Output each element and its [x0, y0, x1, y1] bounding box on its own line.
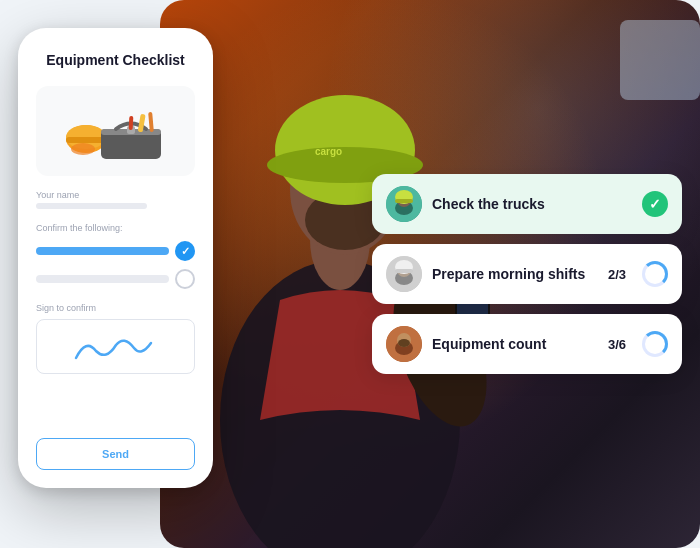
- task-avatar-1: [386, 186, 422, 222]
- confirm-row-2: [36, 269, 195, 289]
- task-spinner-2: [642, 261, 668, 287]
- task-progress-3: 3/6: [608, 337, 626, 352]
- confirm-check-1[interactable]: ✓: [175, 241, 195, 261]
- name-field-label: Your name: [36, 190, 195, 200]
- toolbox-icon: [61, 94, 171, 169]
- signature-area[interactable]: [36, 319, 195, 374]
- confirm-bar-filled-1: [36, 247, 169, 255]
- confirm-bar-empty-2: [36, 275, 169, 283]
- svg-rect-18: [128, 115, 133, 129]
- svg-rect-29: [395, 269, 413, 273]
- send-button[interactable]: Send: [36, 438, 195, 470]
- svg-rect-12: [66, 137, 106, 143]
- task-avatar-2: [386, 256, 422, 292]
- equipment-image: [36, 86, 195, 176]
- task-name-1: Check the trucks: [432, 196, 632, 212]
- task-progress-2: 2/3: [608, 267, 626, 282]
- task-status-completed: ✓: [642, 191, 668, 217]
- signature-svg: [56, 323, 176, 371]
- phone-card: Equipment Checklist: [18, 28, 213, 488]
- completed-check-icon: ✓: [649, 196, 661, 212]
- name-field-line: [36, 203, 147, 209]
- check-icon-1: ✓: [181, 245, 190, 258]
- task-name-3: Equipment count: [432, 336, 598, 352]
- task-card-check-trucks[interactable]: Check the trucks ✓: [372, 174, 682, 234]
- task-avatar-3: [386, 326, 422, 362]
- svg-point-19: [71, 143, 95, 155]
- svg-text:cargo: cargo: [315, 146, 342, 157]
- main-scene: cargo Equipment Checklist: [0, 0, 700, 548]
- sign-section: Sign to confirm: [36, 303, 195, 424]
- sign-label: Sign to confirm: [36, 303, 195, 313]
- task-name-2: Prepare morning shifts: [432, 266, 598, 282]
- confirm-section: Confirm the following: ✓: [36, 223, 195, 289]
- confirm-label: Confirm the following:: [36, 223, 195, 233]
- name-field-section: Your name: [36, 190, 195, 209]
- confirm-row-1: ✓: [36, 241, 195, 261]
- background-light-rect: [620, 20, 700, 100]
- task-card-morning-shifts[interactable]: Prepare morning shifts 2/3: [372, 244, 682, 304]
- task-cards-container: Check the trucks ✓ Prepare morning shift…: [372, 174, 682, 374]
- phone-card-title: Equipment Checklist: [36, 52, 195, 68]
- confirm-circle-2[interactable]: [175, 269, 195, 289]
- task-card-equipment-count[interactable]: Equipment count 3/6: [372, 314, 682, 374]
- task-spinner-3: [642, 331, 668, 357]
- svg-point-33: [398, 339, 410, 347]
- svg-rect-24: [395, 199, 413, 203]
